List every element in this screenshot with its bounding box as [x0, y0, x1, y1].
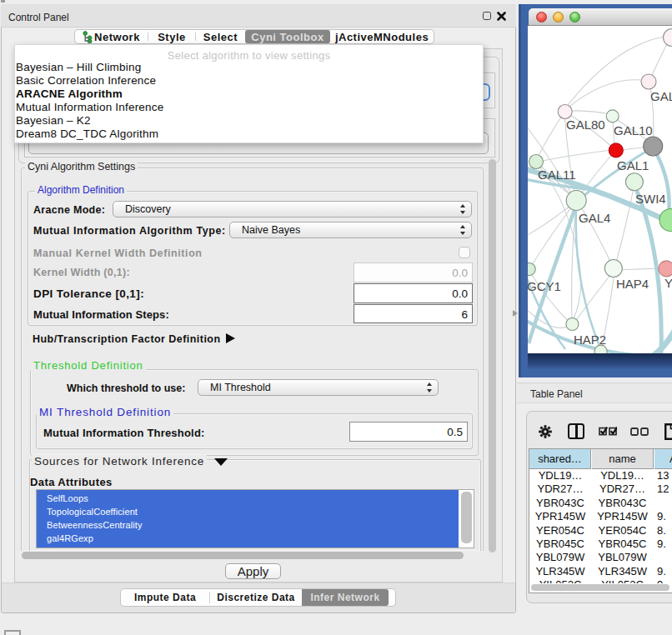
svg-text:Y: Y [664, 276, 672, 290]
svg-text:GAL80: GAL80 [566, 118, 605, 132]
svg-text:GAL4: GAL4 [579, 211, 610, 225]
svg-text:GAL11: GAL11 [538, 168, 576, 182]
svg-text:GAL1: GAL1 [617, 158, 649, 172]
svg-text:SWI4: SWI4 [635, 192, 666, 206]
svg-text:GCY1: GCY1 [528, 279, 561, 293]
svg-text:GAL10: GAL10 [614, 123, 653, 138]
svg-text:HAP4: HAP4 [616, 277, 649, 291]
svg-text:HAP2: HAP2 [574, 332, 606, 347]
svg-text:GAL: GAL [650, 89, 672, 103]
